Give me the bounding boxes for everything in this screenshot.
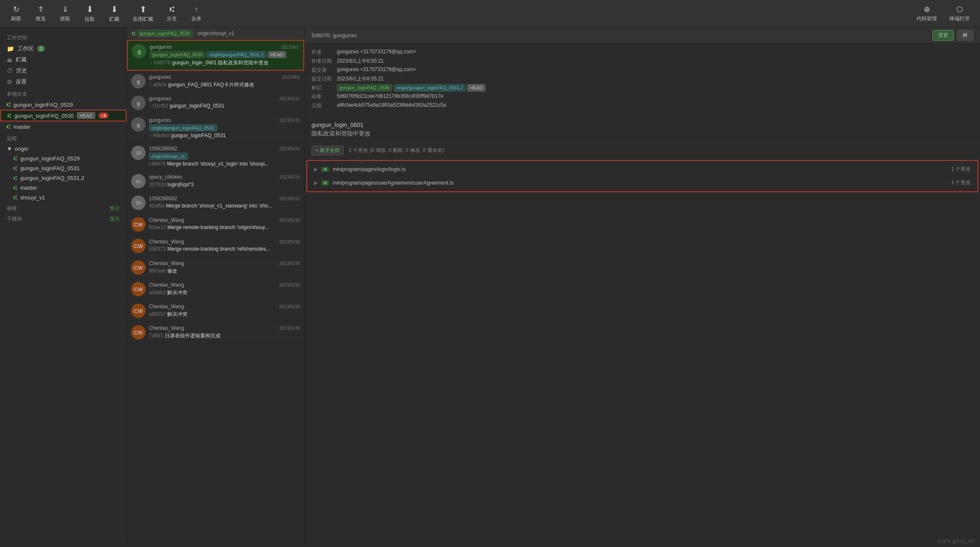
branch-button[interactable]: ⑆ 分支 [160,3,184,24]
tags-label: 标签 [7,205,17,212]
remote-master-icon: ⑆ [14,185,17,191]
detail-tags: 标记 gungun_loginFAQ_0530 origin/gungun_lo… [311,84,973,91]
commit-item-0[interactable]: g gungunxs 2023/6/1 gungun_loginFAQ_0530… [127,40,304,71]
remote-origin-group[interactable]: ▼ origin [0,144,127,154]
avatar-3: g [131,117,146,132]
remote-title: 远程 [0,132,127,144]
chevron-icon-1: ▶ [314,180,318,186]
avatar-8: CW [131,239,146,253]
terminal-button[interactable]: ⬡ 终端打开 [944,3,976,24]
history-icon: ⏱ [7,67,13,74]
stash-sidebar-icon: ⏏ [7,56,12,63]
branch-icon-master: ⑆ [7,123,10,130]
folder-icon: 📁 [7,45,14,52]
expand-all-btn[interactable]: + 展开全部 [311,146,344,155]
settings-icon: ⚙ [7,78,12,85]
avatar-7: CW [131,217,146,232]
commit-item-12[interactable]: CW Chentao_Wang 2023/5/30 7ef6f1 日课表组件逻辑… [127,322,304,343]
commit-main-title: gungun_login_0601 [311,122,973,128]
file-changes-0: 1 个更改 [951,166,971,173]
avatar-2: g [131,96,146,110]
push-button[interactable]: ⇑ 推送 [29,3,52,24]
tag-origin-shouyi: origin/shouyi_v1 [149,153,188,160]
remote-item-0531[interactable]: ⑆ gungun_loginFAQ_0531 [0,163,127,173]
avatar-10: CW [131,282,146,296]
code-manage-button[interactable]: ⊕ 代码管理 [911,3,943,24]
tree-btn[interactable]: 树 [957,30,973,41]
sidebar-item-workspace[interactable]: 📁 工作区 2 [0,43,127,54]
fetch-icon: ⇓ [62,5,69,14]
watermark: CSDN @XSL_HR [938,539,975,544]
submodule-label: 子模块 [7,215,22,223]
merge-icon: ↑ [195,5,198,14]
sidebar-item-branch-0530[interactable]: ⑆ gungun_loginFAQ_0530 HEAD ↑4 [0,110,127,122]
stash-icon: ⬇ [111,4,118,14]
commit-item-1[interactable]: g gungunxs 2023/6/1 ↑ a8fcfa gungun_FAQ_… [127,71,304,92]
detail-committer: 提交者 gungunxs <3170733179@qq.com> [311,66,973,74]
commit-item-4[interactable]: 10 1056288082 2023/5/31 origin/shouyi_v1… [127,142,304,171]
sidebar-item-settings[interactable]: ⚙ 设置 [0,76,127,87]
commit-item-6[interactable]: 10 1056288082 2023/5/31 40af5b Merge bra… [127,192,304,214]
code-manage-icon: ⊕ [924,5,930,14]
branch-icon: ⑆ [170,5,174,14]
avatar-1: g [131,74,146,88]
change-btn[interactable]: 变更 [933,30,954,41]
commit-item-2[interactable]: g gungunxs 2023/5/31 ↑ 01cf62 gungun_log… [127,92,304,114]
detail-author-date: 作者日期 2023/6/1上午8:55:21 [311,58,973,65]
avatar-4: 10 [131,146,146,160]
remote-item-0529[interactable]: ⑆ gungun_loginFAQ_0529 [0,154,127,163]
remote-item-0531-2[interactable]: ⑆ gungun_loginFAQ_0531.2 [0,173,127,183]
tag-origin-0531-2: origin/gungunFAQ_0531.2 [207,51,266,58]
pull-icon: ⬇ [86,4,94,14]
commit-item-8[interactable]: CW Chentao_Wang 2023/5/30 698371 Merge r… [127,235,304,257]
fetch-button[interactable]: ⇓ 抓取 [53,3,77,24]
stash-button[interactable]: ⬇ 贮藏 [102,3,126,25]
branch-icon-0529: ⑆ [7,101,10,108]
commit-item-10[interactable]: CW Chentao_Wang 2023/5/30 a3ebb2 解决冲突 [127,279,304,300]
avatar-5: sc [131,174,146,188]
commit-item-11[interactable]: CW Chentao_Wang 2023/5/30 a90057 解决冲突 [127,300,304,322]
chevron-icon-0: ▶ [314,166,318,172]
commit-item-3[interactable]: g gungunxs 2023/5/31 origin/gungun_login… [127,114,304,142]
sidebar-item-stash[interactable]: ⏏ 贮藏 [0,54,127,65]
avatar-6: 10 [131,196,146,210]
avatar-9: CW [131,260,146,275]
tags-section: 标签 显示 [0,202,127,213]
remote-item-shouyi[interactable]: ⑆ shouyi_v1 [0,193,127,202]
pull-button[interactable]: ⬇ 拉取 [78,3,102,25]
middle-panel: ⑆ gungun_loginFAQ_0530 › origin/shouyi_v… [127,28,305,543]
tag-faq-0530: gungun_loginFAQ_0530 [150,51,205,58]
commit-details: 作者 gungunxs <3170733179@qq.com> 作者日期 202… [305,44,980,116]
commit-sub-title: 隐私政策和登陆中更改 [311,130,973,138]
detail-parent: 父级 a8fcfae4cb075a9a1993a5236bbb4263a2521… [311,102,973,109]
sidebar-item-history[interactable]: ⏱ 历史 [0,65,127,76]
middle-header: ⑆ gungun_loginFAQ_0530 › origin/shouyi_v… [127,28,304,40]
right-header: 5d6076, gungunxs 变更 树 [305,28,980,44]
commit-item-5[interactable]: sc specy_chicken 2023/5/31 30762d login的… [127,171,304,192]
refresh-icon: ↻ [13,5,19,14]
sidebar-item-master[interactable]: ⑆ master [0,122,127,132]
chevron-down-icon: ▼ [7,146,12,152]
workspace-title: 工作空间 [0,31,127,43]
avatar-12: CW [131,325,146,340]
file-list: ▶ M miniprogram/pages/login/login.ts 1 个… [306,160,978,192]
file-row-1[interactable]: ▶ M miniprogram/pages/userAgreement/user… [307,176,977,190]
file-tag-m-0: M [321,167,329,172]
commit-title-section: gungun_login_0601 隐私政策和登陆中更改 [305,116,980,143]
commit-item-9[interactable]: CW Chentao_Wang 2023/5/30 997ae6 修改 [127,257,304,279]
refresh-button[interactable]: ↻ 刷新 [4,3,28,24]
tags-show[interactable]: 显示 [110,205,120,212]
branch-icon-0530: ⑆ [8,112,11,119]
submodule-show[interactable]: 显示 [110,215,120,223]
detail-commit-date: 提交日期 2023/6/1上午8:55:21 [311,75,973,83]
file-tag-m-1: M [321,180,329,185]
right-panel: 5d6076, gungunxs 变更 树 作者 gungunxs <31707… [305,28,980,543]
commit-item-7[interactable]: CW Chentao_Wang 2023/5/30 62ee12 Merge r… [127,214,304,235]
commit-list: g gungunxs 2023/6/1 gungun_loginFAQ_0530… [127,40,304,543]
file-row-0[interactable]: ▶ M miniprogram/pages/login/login.ts 1 个… [307,163,977,176]
origin-branch-label: origin/shouyi_v1 [198,30,234,36]
merge-button[interactable]: ↑ 合并 [184,3,208,24]
apply-stash-button[interactable]: ⬆ 应用贮藏 [127,3,159,25]
remote-item-master[interactable]: ⑆ master [0,183,127,193]
sidebar-item-branch-0529[interactable]: ⑆ gungun_loginFAQ_0529 [0,99,127,110]
